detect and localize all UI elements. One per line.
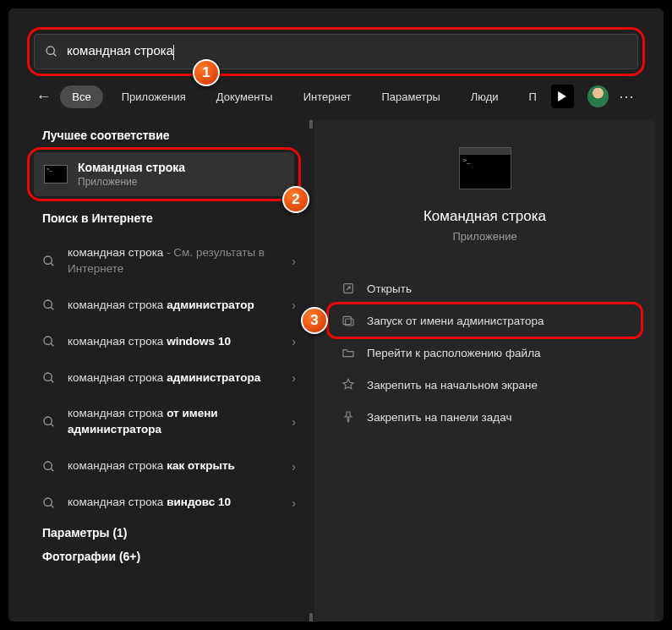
best-match-subtitle: Приложение: [78, 176, 185, 188]
svg-point-9: [44, 373, 52, 381]
svg-point-13: [44, 462, 52, 469]
admin-icon: [341, 314, 355, 327]
best-match-text: Командная строка Приложение: [78, 161, 185, 188]
chevron-right-icon: ›: [292, 335, 296, 348]
svg-point-7: [44, 337, 52, 344]
web-result-text: командная строка виндовс 10: [68, 495, 280, 511]
search-icon: [42, 371, 56, 385]
back-button[interactable]: ←: [34, 86, 53, 107]
web-result-item[interactable]: командная строка виндовс 10›: [34, 485, 306, 521]
svg-point-11: [44, 417, 52, 425]
web-result-item[interactable]: командная строка как открыть›: [34, 448, 306, 485]
svg-line-1: [53, 53, 56, 56]
preview-title: Командная строка: [423, 208, 546, 225]
action-pin-start[interactable]: Закрепить на начальном экране: [331, 370, 638, 400]
best-match-header: Лучшее соответствие: [42, 129, 314, 142]
best-match-item[interactable]: Командная строка Приложение 2: [34, 152, 294, 196]
search-wrap: командная строка 1: [34, 34, 638, 69]
search-panel: командная строка 1 ← Все Приложения Доку…: [8, 8, 664, 622]
action-label: Запуск от имени администратора: [367, 315, 544, 327]
action-pin-taskbar[interactable]: Закрепить на панели задач: [331, 402, 638, 432]
svg-line-14: [51, 468, 53, 471]
chevron-right-icon: ›: [292, 460, 296, 474]
web-result-item[interactable]: командная строка - См. результаты в Инте…: [34, 235, 306, 288]
action-label: Закрепить на начальном экране: [367, 379, 538, 392]
chevron-right-icon: ›: [292, 415, 296, 429]
action-run-admin[interactable]: Запуск от имени администратора 3: [331, 305, 638, 336]
preview-app-icon: [459, 147, 511, 189]
tab-all[interactable]: Все: [60, 85, 102, 108]
action-open-location[interactable]: Перейти к расположению файла: [331, 337, 638, 368]
svg-line-10: [51, 380, 53, 382]
preview-subtitle: Приложение: [452, 230, 516, 243]
step-badge-3: 3: [301, 307, 328, 334]
search-box[interactable]: командная строка: [34, 34, 638, 69]
filter-tabs: ← Все Приложения Документы Интернет Пара…: [34, 85, 638, 108]
body: Лучшее соответствие Командная строка При…: [8, 120, 664, 622]
web-result-text: командная строка администратор: [68, 298, 280, 314]
preview-pane: Командная строка Приложение Открыть Запу…: [314, 120, 655, 622]
search-icon: [42, 335, 56, 348]
tab-people[interactable]: Люди: [459, 85, 511, 108]
step-badge-2: 2: [282, 186, 309, 213]
search-icon: [42, 255, 56, 268]
search-icon: [42, 415, 56, 429]
search-icon: [42, 299, 56, 312]
search-icon: [45, 45, 58, 58]
svg-line-4: [51, 263, 53, 266]
svg-point-5: [44, 300, 52, 308]
preview-actions: Открыть Запуск от имени администратора 3…: [331, 273, 638, 432]
svg-point-0: [46, 47, 54, 54]
step-badge-1: 1: [193, 59, 220, 86]
web-results: командная строка - См. результаты в Инте…: [34, 235, 306, 521]
action-open[interactable]: Открыть: [331, 273, 638, 304]
pin-icon: [341, 410, 355, 424]
cmd-icon: [44, 165, 68, 184]
svg-marker-2: [558, 91, 566, 101]
web-result-item[interactable]: командная строка windows 10›: [34, 324, 306, 360]
play-icon: [557, 91, 567, 101]
action-label: Открыть: [367, 282, 412, 295]
best-match-title: Командная строка: [78, 161, 185, 174]
chevron-right-icon: ›: [292, 371, 296, 385]
chevron-right-icon: ›: [292, 496, 296, 510]
open-icon: [341, 282, 355, 295]
tab-more-cut[interactable]: П: [517, 85, 541, 108]
photos-header: Фотографии (6+): [42, 550, 314, 563]
results-column: Лучшее соответствие Командная строка При…: [8, 120, 314, 622]
search-input[interactable]: командная строка: [67, 43, 627, 59]
search-icon: [42, 460, 56, 474]
svg-point-15: [44, 498, 52, 506]
tab-settings[interactable]: Параметры: [369, 85, 451, 108]
web-result-item[interactable]: командная строка администратора›: [34, 360, 306, 397]
web-result-text: командная строка - См. результаты в Инте…: [68, 245, 280, 277]
avatar[interactable]: [587, 85, 609, 107]
more-button[interactable]: ⋯: [615, 87, 638, 106]
folder-icon: [341, 346, 355, 359]
play-button[interactable]: [551, 85, 574, 108]
pin-icon: [341, 378, 355, 392]
web-result-text: командная строка как открыть: [68, 458, 280, 474]
web-header: Поиск в Интернете: [42, 211, 314, 225]
search-icon: [42, 496, 56, 510]
web-result-text: командная строка администратора: [68, 370, 280, 386]
svg-line-16: [51, 505, 53, 507]
svg-point-3: [44, 256, 52, 264]
tab-documents[interactable]: Документы: [205, 85, 285, 108]
svg-line-12: [51, 424, 53, 426]
web-result-text: командная строка windows 10: [68, 334, 280, 350]
svg-rect-18: [343, 316, 351, 324]
web-result-item[interactable]: командная строка администратор›: [34, 288, 306, 324]
tab-internet[interactable]: Интернет: [292, 85, 363, 108]
svg-line-8: [51, 343, 53, 346]
web-result-item[interactable]: командная строка от имени администратора…: [34, 396, 306, 448]
action-label: Закрепить на панели задач: [367, 411, 511, 424]
params-header: Параметры (1): [42, 526, 314, 540]
web-result-text: командная строка от имени администратора: [68, 406, 280, 438]
chevron-right-icon: ›: [292, 255, 296, 268]
chevron-right-icon: ›: [292, 299, 296, 312]
tab-apps[interactable]: Приложения: [110, 85, 198, 108]
action-label: Перейти к расположению файла: [367, 347, 541, 359]
svg-line-6: [51, 307, 53, 310]
